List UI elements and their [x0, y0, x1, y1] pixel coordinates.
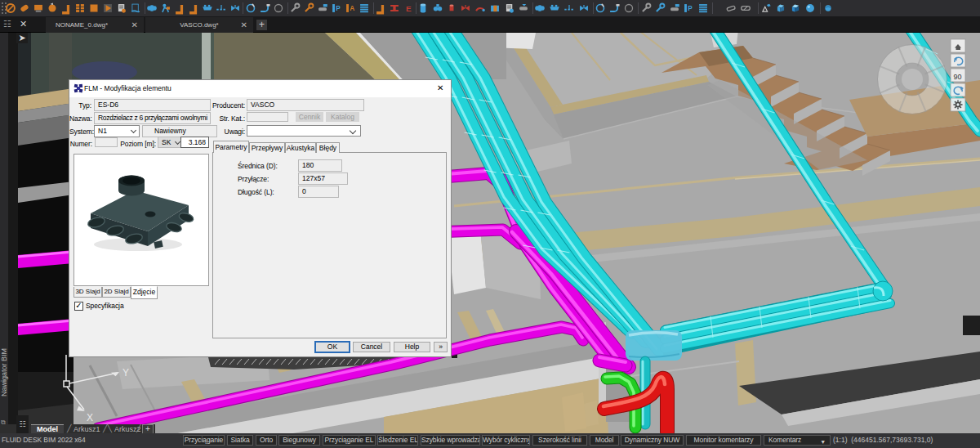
svg-text:E: E	[406, 4, 412, 13]
svg-text:A: A	[350, 5, 354, 12]
svg-text:X: X	[87, 412, 93, 423]
svg-text:90: 90	[954, 73, 962, 81]
svg-text:Y: Y	[122, 367, 129, 379]
svg-text:P: P	[688, 5, 693, 12]
svg-text:P: P	[336, 5, 341, 12]
